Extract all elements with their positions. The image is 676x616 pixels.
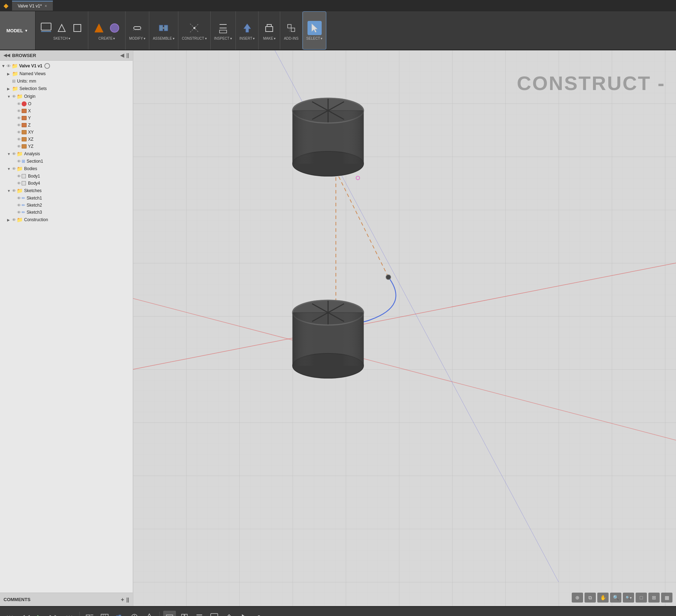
tree-root[interactable]: ▼ 👁 📁 Valve V1 v1 (0, 62, 133, 70)
origin-z-label: Z (28, 123, 31, 128)
timeline-icon9[interactable] (208, 611, 221, 616)
comments-plus[interactable]: + (121, 597, 124, 603)
app-tab[interactable]: Valve V1 v1* × (12, 1, 53, 11)
vp-display-icon[interactable]: □ (636, 593, 647, 603)
svg-marker-75 (242, 614, 246, 616)
toolbar-assemble[interactable]: ASSEMBLE ▾ (149, 11, 178, 50)
vp-copy-icon[interactable]: ⧉ (584, 593, 596, 603)
vp-visual-icon[interactable]: ▦ (661, 593, 672, 603)
toolbar-construct[interactable]: CONSTRUCT ▾ (178, 11, 211, 50)
toolbar-make[interactable]: MAKE ▾ (259, 11, 280, 50)
sketch3-eye[interactable]: 👁 (17, 210, 21, 214)
tree-sketch2[interactable]: ▶ 👁 ✏ Sketch2 (0, 202, 133, 209)
timeline-icon8[interactable] (193, 611, 206, 616)
timeline-icon1[interactable] (83, 611, 96, 616)
selection-sets-label: Selection Sets (20, 86, 47, 91)
origin-x-eye[interactable]: 👁 (17, 109, 21, 113)
bodies-expand[interactable]: ▼ (7, 167, 12, 171)
tree-origin-o[interactable]: ▶ 👁 O (0, 100, 133, 107)
origin-xz-eye[interactable]: 👁 (17, 137, 21, 141)
toolbar-modify[interactable]: MODIFY ▾ (126, 11, 149, 50)
construction-expand[interactable]: ▶ (7, 218, 12, 222)
root-eye-icon[interactable]: 👁 (6, 63, 11, 69)
sketches-expand[interactable]: ▼ (7, 189, 12, 193)
make-icon (262, 21, 276, 35)
timeline-icon6[interactable] (163, 611, 176, 616)
tree-origin-x[interactable]: ▶ 👁 X (0, 107, 133, 114)
timeline-icon11[interactable] (238, 611, 250, 616)
tree-origin-xz[interactable]: ▶ 👁 XZ (0, 136, 133, 143)
vp-zoom-out-icon[interactable]: 🔍▾ (623, 593, 634, 603)
tab-close[interactable]: × (45, 4, 47, 9)
browser-collapse[interactable]: ◀ (120, 52, 124, 58)
tree-origin[interactable]: ▼ 👁 📁 Origin (0, 93, 133, 100)
playback-last[interactable]: ⏭ (63, 611, 76, 616)
tree-body4[interactable]: ▶ 👁 Body4 (0, 180, 133, 187)
comments-expand-btn[interactable]: || (126, 597, 129, 603)
toolbar-create[interactable]: CREATE ▾ (88, 11, 126, 50)
toolbar-insert[interactable]: INSERT ▾ (236, 11, 259, 50)
model-dropdown[interactable]: MODEL ▼ (0, 11, 35, 50)
vp-grid-icon[interactable]: ⊞ (648, 593, 660, 603)
tree-units[interactable]: ▶ ⊞ Units: mm (0, 78, 133, 85)
vp-zoom-in-icon[interactable]: 🔍 (610, 593, 621, 603)
timeline-icon7[interactable] (178, 611, 191, 616)
browser-pin[interactable]: || (126, 52, 129, 58)
toolbar-addins[interactable]: ADD-INS (280, 11, 302, 50)
toolbar-inspect[interactable]: INSPECT ▾ (211, 11, 236, 50)
origin-expand[interactable]: ▼ (7, 95, 12, 99)
tree-named-views[interactable]: ▶ 📁 Named Views (0, 70, 133, 78)
svg-rect-22 (133, 50, 676, 606)
bodies-eye[interactable]: 👁 (12, 167, 16, 171)
viewport[interactable]: CONSTRUCT - (133, 50, 676, 606)
origin-yz-icon (22, 144, 27, 149)
tree-body1[interactable]: ▶ 👁 Body1 (0, 173, 133, 180)
origin-z-eye[interactable]: 👁 (17, 123, 21, 127)
tree-bodies[interactable]: ▼ 👁 📁 Bodies (0, 165, 133, 173)
section1-eye[interactable]: 👁 (17, 159, 21, 163)
origin-eye[interactable]: 👁 (12, 94, 16, 99)
root-expand[interactable]: ▼ (1, 64, 6, 68)
toolbar-sketch[interactable]: SKETCH ▾ (35, 11, 88, 50)
tree-analysis[interactable]: ▼ 👁 📁 Analysis (0, 150, 133, 158)
tree-origin-xy[interactable]: ▶ 👁 XY (0, 129, 133, 136)
construction-eye[interactable]: 👁 (12, 218, 16, 222)
sketch2-eye[interactable]: 👁 (17, 203, 21, 207)
tree-construction[interactable]: ▶ 👁 📁 Construction (0, 216, 133, 224)
root-visible-toggle[interactable] (44, 63, 50, 69)
origin-yz-eye[interactable]: 👁 (17, 144, 21, 149)
named-views-expand[interactable]: ▶ (7, 72, 12, 76)
tree-sketch1[interactable]: ▶ 👁 ✏ Sketch1 (0, 195, 133, 202)
timeline-icon4[interactable] (128, 611, 141, 616)
playback-next[interactable]: ▶▶ (48, 611, 61, 616)
timeline-icon12[interactable] (253, 611, 265, 616)
origin-xy-eye[interactable]: 👁 (17, 130, 21, 134)
origin-o-eye[interactable]: 👁 (17, 102, 21, 106)
tree-sketch3[interactable]: ▶ 👁 ✏ Sketch3 (0, 209, 133, 216)
tree-origin-y[interactable]: ▶ 👁 Y (0, 114, 133, 122)
timeline-icon10[interactable] (223, 611, 236, 616)
playback-prev[interactable]: ◀◀ (18, 611, 31, 616)
tree-selection-sets[interactable]: ▶ 📁 Selection Sets (0, 85, 133, 93)
playback-first[interactable]: ⏮ (4, 611, 16, 616)
sketches-eye[interactable]: 👁 (12, 189, 16, 193)
tree-origin-z[interactable]: ▶ 👁 Z (0, 122, 133, 129)
tree-origin-yz[interactable]: ▶ 👁 YZ (0, 143, 133, 150)
vp-pan-icon[interactable]: ✋ (597, 593, 609, 603)
selection-sets-expand[interactable]: ▶ (7, 87, 12, 91)
tree-section1[interactable]: ▶ 👁 ⊞ Section1 (0, 158, 133, 165)
timeline-icon5[interactable] (143, 611, 156, 616)
body4-eye[interactable]: 👁 (17, 181, 21, 185)
origin-y-eye[interactable]: 👁 (17, 116, 21, 120)
body1-eye[interactable]: 👁 (17, 174, 21, 178)
timeline-icon3[interactable] (113, 611, 126, 616)
playback-play[interactable]: ▶ (33, 611, 46, 616)
timeline-icon2[interactable] (98, 611, 111, 616)
analysis-expand[interactable]: ▼ (7, 152, 12, 156)
toolbar-select[interactable]: SELECT ▾ (303, 11, 327, 50)
tree-sketches[interactable]: ▼ 👁 📁 Sketches (0, 187, 133, 195)
browser-expand[interactable]: ◀◀ (4, 53, 10, 58)
vp-move-icon[interactable]: ⊕ (572, 593, 583, 603)
sketch1-eye[interactable]: 👁 (17, 196, 21, 200)
analysis-eye[interactable]: 👁 (12, 152, 16, 156)
